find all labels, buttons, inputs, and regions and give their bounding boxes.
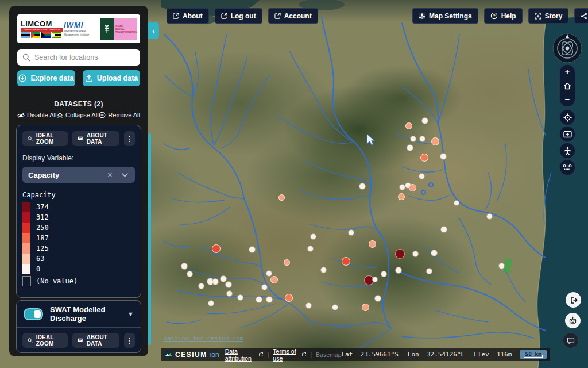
map-point[interactable]	[212, 244, 220, 253]
map-point[interactable]	[310, 233, 316, 240]
map-point[interactable]	[419, 136, 425, 142]
card-menu-button[interactable]: ⋮	[124, 333, 135, 348]
map-point[interactable]	[440, 153, 447, 160]
map-point[interactable]	[362, 304, 369, 311]
map-point[interactable]	[261, 284, 268, 290]
sidebar-scrollbar[interactable]	[148, 133, 151, 345]
map-point[interactable]	[412, 251, 419, 257]
cesium-ion-logo[interactable]: CESIUM ion	[164, 350, 219, 359]
feedback-button[interactable]	[563, 332, 579, 348]
ideal-zoom-button[interactable]: IDEAL ZOOM	[22, 333, 68, 348]
story-button[interactable]: Story	[528, 8, 569, 24]
map-point[interactable]	[225, 281, 232, 288]
help-button[interactable]: ? Help	[484, 8, 523, 24]
map-point[interactable]	[398, 193, 405, 200]
map-point[interactable]	[285, 294, 293, 302]
map-point[interactable]	[181, 263, 188, 270]
map-point[interactable]	[307, 246, 314, 252]
chevron-down-icon[interactable]	[117, 173, 129, 177]
map-point[interactable]	[381, 271, 387, 277]
screenshot-button[interactable]	[559, 126, 575, 142]
dataset-toggle[interactable]	[24, 308, 43, 320]
map-point[interactable]	[256, 296, 262, 303]
account-button[interactable]: Account	[268, 8, 318, 24]
map-point[interactable]	[266, 296, 273, 303]
map-point[interactable]	[332, 304, 338, 310]
map-point[interactable]	[407, 144, 413, 151]
about-button[interactable]: About	[167, 8, 209, 24]
disable-all-button[interactable]: Disable All	[17, 112, 56, 118]
map-point[interactable]	[305, 302, 312, 309]
exit-tool-button[interactable]	[566, 292, 581, 308]
sidebar-collapse-tab[interactable]: ‹	[148, 22, 159, 39]
ideal-zoom-button[interactable]: IDEAL ZOOM	[22, 131, 68, 146]
zoom-out-button[interactable]: −	[565, 96, 570, 103]
map-point[interactable]	[187, 271, 193, 277]
map-point[interactable]	[320, 267, 327, 273]
logout-button[interactable]: Log out	[215, 8, 262, 24]
map-point[interactable]	[372, 277, 378, 282]
map-point[interactable]	[428, 182, 434, 187]
remove-all-button[interactable]: Remove All	[99, 112, 140, 118]
map-point[interactable]	[208, 300, 214, 306]
map-point[interactable]	[220, 275, 227, 282]
map-point[interactable]	[284, 259, 290, 266]
map-point[interactable]	[249, 246, 256, 253]
map-settings-button[interactable]: Map Settings	[412, 8, 478, 24]
sliders-icon	[419, 13, 425, 20]
map-point[interactable]	[426, 268, 432, 274]
search-input[interactable]	[17, 49, 140, 66]
map-point[interactable]	[395, 267, 402, 274]
upload-data-button[interactable]: Upload data	[83, 70, 140, 86]
legend-no-value-row: (No value)	[22, 276, 135, 286]
pedestrian-view-button[interactable]	[559, 143, 575, 159]
map-point[interactable]	[266, 270, 272, 277]
map-point[interactable]	[431, 137, 439, 145]
locate-button[interactable]	[559, 109, 575, 125]
partner-logos: LIMCOM LIMPOPO WATERCOURSE COMMISSION IW…	[17, 14, 140, 43]
map-point[interactable]	[212, 278, 219, 285]
map-point[interactable]	[405, 122, 412, 129]
map-point[interactable]	[198, 283, 204, 289]
map-point[interactable]	[431, 250, 438, 256]
data-attribution-link[interactable]: Data attribution	[225, 348, 264, 362]
home-button[interactable]	[563, 82, 571, 90]
map-point[interactable]	[419, 173, 425, 179]
terms-of-use-link[interactable]: Terms of use	[273, 348, 306, 362]
map-point[interactable]	[399, 184, 405, 190]
map-point[interactable]	[226, 290, 233, 297]
map-point[interactable]	[369, 240, 376, 248]
map-point[interactable]	[410, 136, 416, 142]
map-point[interactable]	[421, 190, 426, 195]
collapse-all-button[interactable]: Collapse All	[57, 112, 98, 118]
map-point[interactable]	[440, 226, 447, 233]
zoom-in-button[interactable]: +	[565, 68, 570, 75]
map-point[interactable]	[348, 229, 354, 236]
about-data-button[interactable]: ABOUT DATA	[72, 131, 119, 146]
map-point[interactable]	[374, 295, 381, 302]
display-variable-select[interactable]: Capacity ✕	[22, 167, 135, 183]
measure-button[interactable]	[559, 159, 575, 175]
map-point[interactable]	[454, 200, 459, 206]
clear-selection-icon[interactable]: ✕	[103, 171, 117, 179]
map-point[interactable]	[498, 263, 505, 269]
share-print-button[interactable]: Share / Print	[574, 8, 588, 24]
map-point[interactable]	[359, 183, 366, 190]
map-point[interactable]	[421, 117, 428, 124]
about-data-button[interactable]: ABOUT DATA	[72, 333, 119, 348]
map-point[interactable]	[420, 154, 428, 162]
map-point[interactable]	[278, 194, 285, 201]
map-point[interactable]	[237, 294, 243, 301]
compass-control[interactable]	[552, 33, 582, 63]
dataset-title: SWAT Modelled Discharge	[50, 305, 127, 323]
card-menu-button[interactable]: ⋮	[124, 131, 135, 146]
map-point[interactable]	[395, 249, 405, 259]
map-point[interactable]	[486, 213, 493, 220]
map-point[interactable]	[409, 184, 416, 191]
map-point[interactable]	[342, 257, 350, 266]
caret-down-icon[interactable]: ▼	[127, 310, 134, 317]
chatbot-button[interactable]	[565, 313, 581, 328]
explore-data-button[interactable]: Explore data	[17, 70, 75, 86]
map-point[interactable]	[270, 276, 278, 283]
basemap-button[interactable]: Basemap	[316, 351, 341, 358]
